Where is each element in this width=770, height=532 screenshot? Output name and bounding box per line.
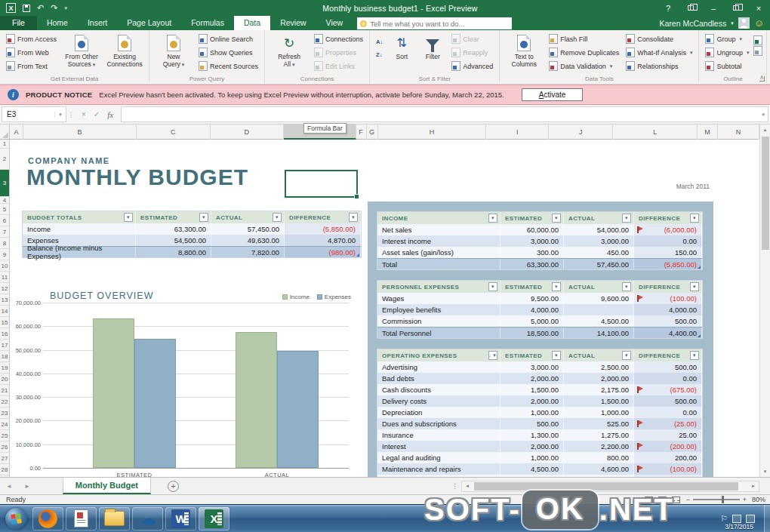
prev-sheet-icon[interactable]: ◄: [0, 483, 18, 490]
cell-difference[interactable]: 4,400.00: [634, 328, 702, 338]
cell-label[interactable]: Advertising: [377, 361, 500, 373]
cell-difference[interactable]: 4,000.00: [634, 304, 702, 315]
filter-icon[interactable]: ▼: [622, 282, 631, 291]
refresh-all-button[interactable]: ↻ Refresh All▾: [269, 32, 310, 74]
tab-review[interactable]: Review: [270, 16, 316, 30]
table-header-cell[interactable]: DIFFERENCE▼: [634, 281, 702, 293]
tab-insert[interactable]: Insert: [78, 16, 117, 30]
ribbon-display-options-icon[interactable]: [679, 0, 702, 16]
show-detail-icon[interactable]: [753, 35, 762, 45]
group-button[interactable]: Group▾: [703, 32, 751, 45]
table-header-cell[interactable]: DIFFERENCE▼: [285, 211, 361, 223]
undo-icon[interactable]: ↶: [37, 3, 44, 13]
selected-cell[interactable]: [285, 170, 358, 198]
cell-estimated[interactable]: 3,000.00: [500, 235, 564, 247]
tab-view[interactable]: View: [316, 16, 353, 30]
table-header-cell[interactable]: ESTIMATED▼: [500, 349, 564, 361]
cell-label[interactable]: Asset sales (gain/loss): [377, 247, 500, 258]
row-header-28[interactable]: 28: [0, 464, 9, 475]
row-header-12[interactable]: 12: [0, 283, 9, 294]
cell-estimated[interactable]: 54,500.00: [136, 235, 211, 246]
tell-me-box[interactable]: [357, 17, 512, 29]
cell-estimated[interactable]: 63,300.00: [136, 223, 211, 235]
ungroup-button[interactable]: Ungroup▾: [703, 46, 751, 59]
from-access-button[interactable]: From Access: [4, 32, 59, 45]
cell-estimated[interactable]: 60,000.00: [500, 224, 564, 235]
name-box[interactable]: E3 ▾: [2, 106, 66, 122]
sort-ascending-button[interactable]: A↓: [374, 35, 385, 48]
tab-file[interactable]: File: [0, 16, 37, 30]
cell-difference[interactable]: 500.00: [634, 395, 702, 407]
insert-function-icon[interactable]: fx: [107, 110, 113, 119]
network-icon[interactable]: [732, 515, 741, 523]
expand-formula-bar-icon[interactable]: ▾: [762, 112, 768, 118]
horizontal-scroll-track[interactable]: [473, 481, 748, 491]
table-header-cell[interactable]: DIFFERENCE▼: [634, 349, 702, 361]
zoom-level[interactable]: 80%: [752, 496, 765, 503]
cell-difference[interactable]: 25.00: [634, 429, 702, 441]
row-header-15[interactable]: 15: [0, 317, 9, 328]
feedback-smiley-icon[interactable]: ☺: [754, 18, 764, 28]
table-header-cell[interactable]: BUDGET TOTALS▼: [23, 211, 136, 223]
cell-difference[interactable]: (980.00): [285, 247, 361, 257]
budget-overview-chart[interactable]: BUDGET OVERVIEW IncomeExpenses 70,000.00…: [15, 283, 359, 477]
scroll-right-icon[interactable]: ►: [748, 484, 759, 488]
zoom-slider[interactable]: [693, 499, 740, 500]
clear-button[interactable]: Clear: [449, 32, 495, 45]
table-header-cell[interactable]: ACTUAL▼: [564, 212, 634, 224]
cell-actual[interactable]: 1,500.00: [564, 395, 634, 407]
cell-actual[interactable]: 2,500.00: [564, 361, 634, 373]
row-header-6[interactable]: 6: [0, 215, 9, 226]
cell-actual[interactable]: 4,600.00: [564, 463, 634, 475]
formula-bar-splitter[interactable]: ⋮: [66, 105, 75, 124]
cell-estimated[interactable]: 500.00: [500, 418, 564, 429]
cell-estimated[interactable]: 18,500.00: [500, 328, 564, 338]
zoom-in-icon[interactable]: +: [743, 496, 747, 503]
show-queries-button[interactable]: Show Queries: [196, 46, 260, 59]
cell-actual[interactable]: 450.00: [564, 247, 634, 258]
enter-icon[interactable]: ✓: [94, 110, 100, 118]
filter-icon[interactable]: ▼: [124, 213, 133, 222]
cell-label[interactable]: Cash discounts: [377, 384, 500, 395]
cell-label[interactable]: Delivery costs: [377, 395, 500, 407]
scroll-left-icon[interactable]: ◄: [462, 484, 473, 488]
row-header-26[interactable]: 26: [0, 441, 9, 453]
operating-expenses-table[interactable]: OPERATING EXPENSES▼ESTIMATED▼ACTUAL▼DIFF…: [377, 349, 702, 477]
cell-actual[interactable]: 7,820.00: [211, 247, 285, 257]
sheet-tab-monthly-budget[interactable]: Monthly Budget: [63, 478, 151, 494]
column-header-J[interactable]: J: [549, 125, 613, 140]
save-icon[interactable]: [23, 5, 30, 12]
filter-icon[interactable]: ▼: [622, 351, 631, 360]
row-header-7[interactable]: 7: [0, 226, 9, 238]
volume-icon[interactable]: [746, 515, 755, 523]
month-date-cell[interactable]: March 2011: [657, 183, 710, 190]
cell-difference[interactable]: (675.00): [634, 384, 702, 395]
relationships-button[interactable]: Relationships: [624, 60, 695, 72]
cell-actual[interactable]: 1,275.00: [564, 429, 634, 441]
filter-icon[interactable]: ▼: [690, 282, 699, 291]
taskbar-firefox[interactable]: [32, 507, 63, 530]
vertical-scroll-thumb[interactable]: [762, 137, 769, 250]
cell-label[interactable]: Legal and auditing: [377, 452, 500, 463]
collapse-ribbon-icon[interactable]: ∧: [759, 74, 764, 81]
zoom-out-icon[interactable]: −: [685, 496, 689, 503]
horizontal-scroll-thumb[interactable]: [474, 482, 738, 490]
cell-actual[interactable]: 14,100.00: [564, 328, 634, 338]
cell-actual[interactable]: [564, 304, 634, 315]
cell-label[interactable]: Total Personnel: [377, 328, 500, 338]
cell-difference[interactable]: 0.00: [634, 407, 702, 418]
row-header-10[interactable]: 10: [0, 260, 9, 272]
filter-icon[interactable]: ▼: [199, 213, 208, 222]
cell-difference[interactable]: (100.00): [634, 463, 702, 475]
activate-button[interactable]: Activate: [522, 88, 584, 101]
row-header-2[interactable]: 2: [0, 149, 9, 170]
column-header-I[interactable]: I: [486, 125, 549, 140]
consolidate-button[interactable]: Consolidate: [624, 32, 695, 45]
cell-label[interactable]: Depreciation: [377, 407, 500, 418]
cell-estimated[interactable]: 2,000.00: [500, 441, 564, 452]
table-header-cell[interactable]: ESTIMATED▼: [136, 211, 211, 223]
row-header-18[interactable]: 18: [0, 351, 9, 362]
column-header-M[interactable]: M: [698, 125, 718, 140]
personnel-expenses-table[interactable]: PERSONNEL EXPENSES▼ESTIMATED▼ACTUAL▼DIFF…: [377, 281, 702, 338]
cell-actual[interactable]: 2,175.00: [564, 384, 634, 395]
